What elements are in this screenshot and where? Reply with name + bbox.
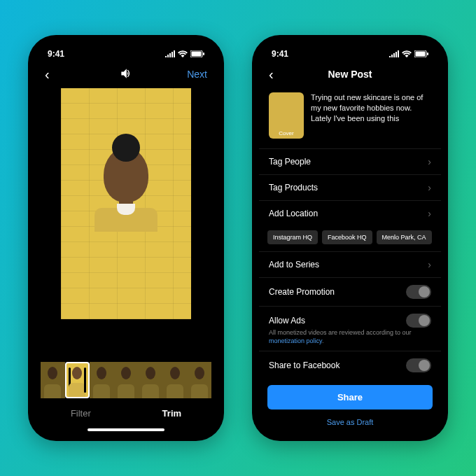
nav-bar-post: ‹ New Post <box>259 62 441 87</box>
nav-bar-edit: ‹ Next <box>35 62 217 87</box>
svg-rect-4 <box>416 52 426 57</box>
row-label: Add Location <box>269 209 318 218</box>
edit-tabs: Filter Trim <box>35 398 217 424</box>
phone-right: 9:41 ‹ New Post Cover Trying out new ski… <box>252 35 448 441</box>
battery-icon <box>190 50 204 57</box>
row-allow-ads: Allow Ads <box>259 306 441 329</box>
chevron-right-icon: › <box>428 208 431 219</box>
ads-subtext: All monetized videos are reviewed accord… <box>259 329 441 351</box>
row-create-promotion: Create Promotion <box>259 277 441 306</box>
notch <box>84 35 168 50</box>
row-tag-products[interactable]: Tag Products › <box>259 174 441 200</box>
filmstrip-frame[interactable] <box>187 362 211 398</box>
notch <box>308 35 392 50</box>
status-icons <box>165 50 204 57</box>
cover-thumb[interactable]: Cover <box>269 92 304 139</box>
battery-icon <box>414 50 428 57</box>
row-label: Tag People <box>269 157 311 167</box>
chevron-left-icon: ‹ <box>45 66 50 83</box>
filmstrip-frame-selected[interactable] <box>65 362 90 398</box>
home-indicator[interactable] <box>88 428 164 431</box>
row-label: Share to Facebook <box>269 360 340 370</box>
location-chip[interactable]: Menlo Park, CA <box>377 230 432 244</box>
status-icons <box>389 50 428 57</box>
location-chip[interactable]: Instagram HQ <box>267 230 318 244</box>
row-add-location[interactable]: Add Location › <box>259 200 441 226</box>
chevron-right-icon: › <box>428 156 431 167</box>
chevron-right-icon: › <box>428 259 431 270</box>
cover-label: Cover <box>279 130 293 136</box>
trim-filmstrip[interactable] <box>35 355 217 398</box>
location-suggestions: Instagram HQ Facebook HQ Menlo Park, CA <box>259 226 441 251</box>
location-chip[interactable]: Facebook HQ <box>322 230 372 244</box>
tab-filter[interactable]: Filter <box>71 408 91 419</box>
row-tag-people[interactable]: Tag People › <box>259 148 441 174</box>
chevron-left-icon: ‹ <box>269 66 274 83</box>
filmstrip-frame[interactable] <box>41 362 65 398</box>
toggle-ads[interactable] <box>406 314 431 328</box>
row-label: Allow Ads <box>269 316 305 326</box>
monetization-policy-link[interactable]: monetization policy <box>269 337 322 344</box>
status-time: 9:41 <box>272 49 288 59</box>
chevron-right-icon: › <box>428 182 431 193</box>
caption-input[interactable]: Trying out new skincare is one of my new… <box>311 92 431 139</box>
signal-icon <box>165 50 175 57</box>
row-label: Add to Series <box>269 260 319 270</box>
svg-rect-1 <box>192 52 202 57</box>
status-time: 9:41 <box>48 49 64 59</box>
post-header: Cover Trying out new skincare is one of … <box>259 87 441 148</box>
filmstrip-frame[interactable] <box>90 362 114 398</box>
filmstrip-frame[interactable] <box>114 362 139 398</box>
preview-person <box>94 148 158 232</box>
row-label: Tag Products <box>269 183 318 192</box>
tab-trim[interactable]: Trim <box>162 408 181 419</box>
svg-rect-5 <box>427 52 428 55</box>
svg-rect-2 <box>203 52 204 55</box>
back-button[interactable]: ‹ <box>45 66 80 83</box>
toggle-facebook[interactable] <box>406 358 431 372</box>
screen-newpost: 9:41 ‹ New Post Cover Trying out new ski… <box>259 42 441 434</box>
phone-left: 9:41 ‹ Next <box>28 35 224 441</box>
row-share-facebook: Share to Facebook <box>259 351 441 379</box>
toggle-promotion[interactable] <box>406 285 431 299</box>
save-draft-link[interactable]: Save as Draft <box>259 412 441 428</box>
filmstrip-frame[interactable] <box>162 362 187 398</box>
filmstrip-frame[interactable] <box>139 362 163 398</box>
page-title: New Post <box>328 69 372 80</box>
row-label: Create Promotion <box>269 287 335 297</box>
wifi-icon <box>402 50 412 57</box>
screen-edit: 9:41 ‹ Next <box>35 42 217 434</box>
video-preview[interactable] <box>61 88 191 319</box>
signal-icon <box>389 50 399 57</box>
back-button[interactable]: ‹ <box>269 66 304 83</box>
share-button[interactable]: Share <box>267 385 433 410</box>
next-button[interactable]: Next <box>172 69 207 80</box>
sound-toggle[interactable] <box>119 66 133 83</box>
wifi-icon <box>178 50 188 57</box>
row-add-series[interactable]: Add to Series › <box>259 251 441 277</box>
speaker-icon <box>119 66 133 80</box>
